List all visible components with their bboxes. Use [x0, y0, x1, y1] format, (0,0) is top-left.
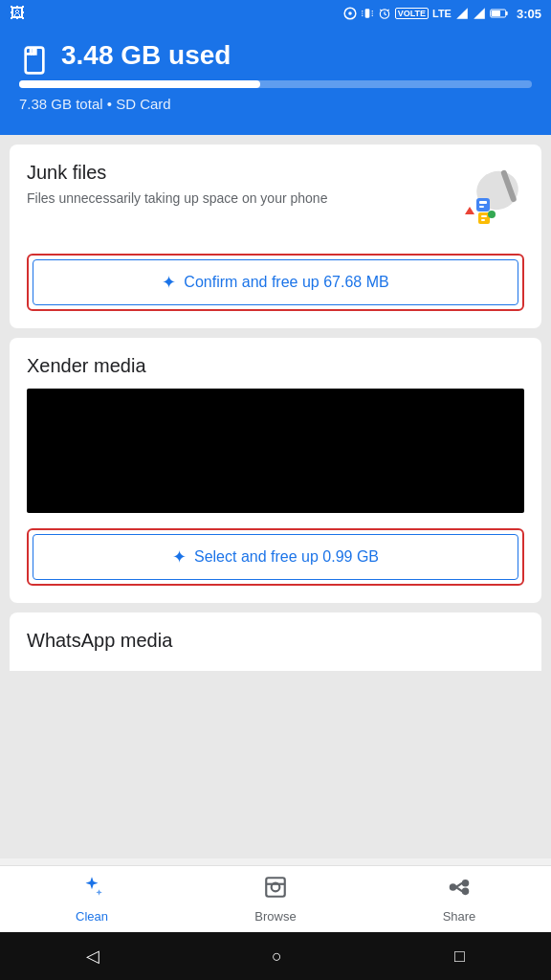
select-button-label: Select and free up 0.99 GB — [194, 548, 379, 566]
select-button-wrapper[interactable]: ✦ Select and free up 0.99 GB — [27, 528, 524, 586]
browse-label: Browse — [254, 909, 296, 924]
storage-info: 7.38 GB total • SD Card — [19, 96, 532, 112]
svg-rect-19 — [479, 201, 487, 204]
sparkle-icon: ✦ — [162, 272, 176, 293]
xender-media-title: Xender media — [27, 355, 524, 377]
svg-point-30 — [463, 889, 468, 894]
svg-rect-26 — [266, 878, 285, 897]
svg-point-25 — [488, 211, 496, 218]
alarm-icon — [378, 7, 391, 20]
main-content: Junk files Files unnecessarily taking up… — [0, 135, 551, 858]
home-button[interactable]: ○ — [272, 947, 282, 967]
junk-files-card: Junk files Files unnecessarily taking up… — [10, 145, 541, 328]
svg-rect-23 — [481, 215, 487, 217]
storage-used-text: 3.48 GB used — [61, 40, 231, 71]
confirm-button-wrapper[interactable]: ✦ Confirm and free up 67.68 MB — [27, 254, 524, 311]
clean-label: Clean — [76, 909, 108, 924]
back-button[interactable]: ◁ — [86, 946, 99, 967]
sparkle-icon-2: ✦ — [172, 546, 187, 568]
share-label: Share — [443, 909, 476, 924]
storage-bar-fill — [19, 80, 260, 88]
gallery-icon: 🖼 — [10, 5, 25, 22]
svg-marker-10 — [456, 8, 468, 19]
status-icons: VOLTE LTE 3:05 — [343, 7, 541, 21]
vibrate-icon — [361, 7, 374, 20]
junk-icon-area — [448, 162, 524, 238]
svg-rect-13 — [492, 11, 500, 16]
svg-marker-21 — [465, 207, 474, 214]
android-nav-bar: ◁ ○ □ — [0, 932, 551, 980]
svg-rect-24 — [481, 219, 485, 221]
svg-marker-11 — [474, 8, 485, 19]
svg-rect-14 — [506, 11, 508, 15]
junk-files-title: Junk files — [27, 162, 438, 184]
signal2-icon — [473, 7, 486, 20]
lte-badge: LTE — [432, 8, 452, 19]
nav-share[interactable]: Share — [367, 875, 551, 924]
clean-icon — [79, 875, 104, 905]
xender-media-card: Xender media ✦ Select and free up 0.99 G… — [10, 338, 541, 603]
storage-header: 3.48 GB used 7.38 GB total • SD Card — [0, 27, 551, 135]
battery-icon — [490, 7, 509, 20]
svg-point-31 — [451, 884, 455, 889]
svg-rect-18 — [476, 198, 490, 212]
nav-clean[interactable]: Clean — [0, 875, 184, 924]
sd-card-icon — [19, 45, 50, 76]
whatsapp-title: WhatsApp media — [27, 630, 524, 652]
status-time: 3:05 — [517, 7, 541, 21]
location-icon — [343, 7, 357, 20]
xender-media-preview — [27, 389, 524, 513]
browse-icon — [263, 875, 288, 905]
volte-badge: VOLTE — [395, 8, 429, 19]
status-bar: 🖼 VOLTE LTE 3:05 — [0, 0, 551, 27]
svg-point-1 — [348, 11, 352, 15]
nav-browse[interactable]: Browse — [184, 875, 367, 924]
svg-rect-2 — [364, 9, 369, 17]
share-icon — [447, 875, 472, 905]
junk-illustration — [448, 162, 524, 238]
select-free-button[interactable]: ✦ Select and free up 0.99 GB — [33, 534, 518, 580]
confirm-free-button[interactable]: ✦ Confirm and free up 67.68 MB — [33, 259, 518, 305]
signal1-icon — [455, 7, 469, 20]
recent-button[interactable]: □ — [454, 947, 465, 967]
storage-bar — [19, 80, 532, 88]
svg-rect-20 — [479, 206, 484, 208]
bottom-nav: Clean Browse Share — [0, 865, 551, 932]
junk-files-subtitle: Files unnecessarily taking up space on y… — [27, 189, 438, 209]
whatsapp-card: WhatsApp media — [10, 612, 541, 671]
svg-point-29 — [463, 880, 468, 885]
confirm-button-label: Confirm and free up 67.68 MB — [184, 274, 388, 291]
